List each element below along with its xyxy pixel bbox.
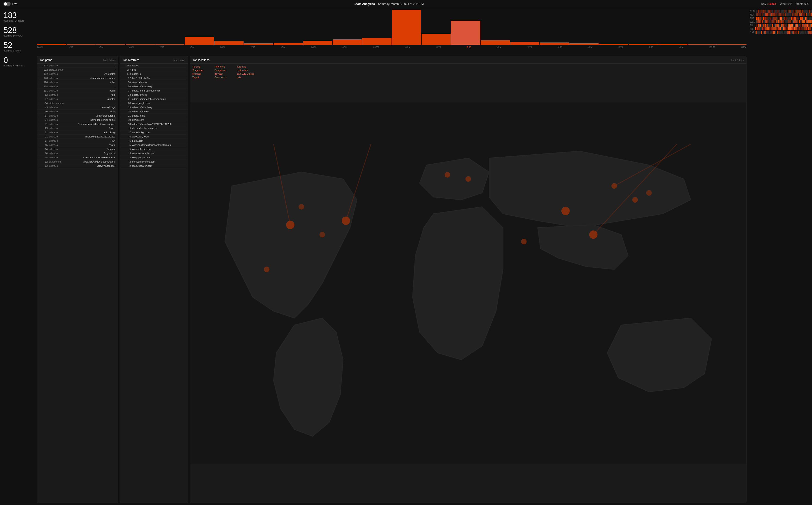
heatmap-cell bbox=[811, 13, 812, 16]
table-row[interactable]: 28 www.google.com bbox=[120, 101, 188, 105]
heatmap-cell bbox=[758, 24, 759, 27]
heatmap-cell bbox=[760, 10, 761, 13]
row-count: 2 bbox=[123, 165, 131, 167]
row-path: /home-lab-server-guide/ bbox=[70, 119, 115, 121]
table-row[interactable]: 152 udara.io /microblog bbox=[37, 72, 118, 76]
row-path: /UdaraJay/Pile/releases/latest bbox=[70, 160, 115, 163]
heatmap-cell bbox=[788, 27, 790, 30]
row-ref: no.search.yahoo.com bbox=[132, 160, 185, 163]
row-count: 78 bbox=[123, 81, 131, 83]
table-row[interactable]: 9 alexanderobenauer.com bbox=[120, 126, 188, 131]
top-paths-header: Top paths Last 7 days bbox=[37, 56, 118, 63]
heatmap-cell bbox=[781, 24, 782, 27]
heatmap-cell bbox=[791, 31, 792, 34]
table-row[interactable]: 6 www.early.tools bbox=[120, 135, 188, 139]
chart-label: 1AM bbox=[68, 46, 73, 48]
table-row[interactable]: 222 stats.udara.io / bbox=[37, 68, 118, 72]
heatmap-cell bbox=[772, 20, 774, 23]
heatmap-cell bbox=[789, 10, 791, 13]
table-row[interactable]: 56 udara.io/microblog bbox=[120, 85, 188, 89]
table-row[interactable]: 17 udara.io /404 bbox=[37, 139, 118, 143]
month-period[interactable]: Month 0% bbox=[796, 2, 808, 5]
table-row[interactable]: 111 udara.io /work bbox=[37, 89, 118, 93]
table-row[interactable]: 14 udara.io /photos/ bbox=[37, 147, 118, 151]
table-row[interactable]: 43 udara.io /embeddings bbox=[37, 105, 118, 110]
heatmap-cell bbox=[787, 17, 789, 20]
table-row[interactable]: 124 udara.io /pile/ bbox=[37, 80, 118, 85]
table-row[interactable]: 34 udara.io /home-lab-server-guide/ bbox=[37, 118, 118, 122]
header-date: Saturday, March 2, 2024 at 2:14 PM bbox=[378, 2, 424, 5]
table-row[interactable]: 14 udara.io /phylotaxis bbox=[37, 151, 118, 156]
row-path: /work/ bbox=[70, 127, 115, 130]
heatmap-cell bbox=[795, 13, 797, 16]
heatmap-cell bbox=[785, 31, 787, 34]
heatmap-cell bbox=[782, 24, 784, 27]
table-row[interactable]: 31 udara.io /on-scaling-good-customer-su… bbox=[37, 122, 118, 126]
table-row[interactable]: 54 stats.udara.io / bbox=[37, 101, 118, 105]
table-row[interactable]: 2 no.search.yahoo.com bbox=[120, 160, 188, 164]
table-row[interactable]: 82 udara.io /pile bbox=[37, 93, 118, 97]
top-locations-panel: Top locations Last 7 days Toronto New Yo… bbox=[190, 56, 747, 503]
table-row[interactable]: 10 github.com bbox=[120, 118, 188, 122]
table-row[interactable]: 2 keep.google.com bbox=[120, 156, 188, 160]
heatmap-cell bbox=[792, 13, 793, 16]
table-row[interactable]: 25 udara.io /work/ bbox=[37, 126, 118, 131]
heatmap-cell bbox=[756, 17, 757, 20]
table-row[interactable]: 40 udara.io /404/ bbox=[37, 110, 118, 114]
table-row[interactable]: 173 udara.io bbox=[120, 72, 188, 76]
row-count: 97 bbox=[123, 77, 131, 79]
heatmap-area: SUNMONTUEWEDTHUFRISAT bbox=[748, 8, 812, 505]
row-count: 222 bbox=[40, 68, 48, 71]
table-row[interactable]: 12 udara.io /clew-whitepaper bbox=[37, 164, 118, 168]
heatmap-cell bbox=[796, 17, 798, 20]
table-row[interactable]: 267 t.co bbox=[120, 68, 188, 72]
table-row[interactable]: 14 udara.io/photos bbox=[120, 110, 188, 114]
svg-point-13 bbox=[298, 204, 304, 209]
row-count: 21 bbox=[40, 131, 48, 134]
row-ref: t.co bbox=[132, 68, 185, 71]
heatmap-cell bbox=[758, 13, 760, 16]
live-toggle[interactable] bbox=[4, 2, 11, 6]
day-period[interactable]: Day ↓19.6% bbox=[761, 2, 776, 5]
heatmap-cell bbox=[802, 24, 803, 27]
main-content: 183 sessions / 24 hours 528 events / 24 … bbox=[0, 8, 812, 505]
table-row[interactable]: 78 stats.udara.io bbox=[120, 80, 188, 85]
table-row[interactable]: 5 www.linkedin.com bbox=[120, 147, 188, 151]
chart-label: 1PM bbox=[436, 46, 441, 48]
table-row[interactable]: 33 udara.io/work bbox=[120, 93, 188, 97]
chart-bar bbox=[155, 44, 185, 45]
table-row[interactable]: 473 udara.io / bbox=[37, 63, 118, 68]
heatmap-cell bbox=[785, 27, 786, 30]
table-row[interactable]: 11 udara.io/pile bbox=[120, 114, 188, 118]
table-row[interactable]: 31 udara.io/home-lab-server-guide bbox=[120, 97, 188, 101]
table-row[interactable]: 57 udara.io /photos bbox=[37, 97, 118, 101]
table-row[interactable]: 5 www.coolthingsifoundontheinternet.c bbox=[120, 143, 188, 147]
row-count: 14 bbox=[123, 110, 131, 113]
table-row[interactable]: 15 udara.io /work/ bbox=[37, 143, 118, 147]
table-row[interactable]: 12 github.com /UdaraJay/Pile/releases/la… bbox=[37, 160, 118, 164]
table-row[interactable]: 21 udara.io /microblog/ bbox=[37, 131, 118, 135]
table-row[interactable]: 10 udara.io/microblog/20240217140200 bbox=[120, 122, 188, 126]
table-row[interactable]: 7 duckduckgo.com bbox=[120, 131, 188, 135]
week-period[interactable]: Week 0% bbox=[780, 2, 792, 5]
heatmap-cell bbox=[765, 24, 766, 27]
heatmap-cell bbox=[805, 31, 806, 34]
table-row[interactable]: 148 udara.io /home-lab-server-guide bbox=[37, 76, 118, 80]
row-count: 34 bbox=[40, 119, 48, 121]
heatmap-cell bbox=[797, 20, 798, 23]
heatmap-cell bbox=[770, 24, 772, 27]
table-row[interactable]: 3 www.awwwards.com bbox=[120, 151, 188, 156]
table-row[interactable]: 37 udara.io/entrepreneurship bbox=[120, 89, 188, 93]
table-row[interactable]: 97 t.co/rP89bsbK9v bbox=[120, 76, 188, 80]
table-row[interactable]: 114 udara.io / bbox=[37, 85, 118, 89]
table-row[interactable]: 14 udara.io /science/intro-to-bioinforma… bbox=[37, 156, 118, 160]
table-row[interactable]: 1244 direct bbox=[120, 63, 188, 68]
row-count: 82 bbox=[40, 94, 48, 96]
table-row[interactable]: 21 udara.io /microblog/20240217140200 bbox=[37, 135, 118, 139]
heatmap-cell bbox=[778, 20, 779, 23]
table-row[interactable]: 5 baidu.com bbox=[120, 139, 188, 143]
table-row[interactable]: 37 udara.io /entrepreneurship bbox=[37, 114, 118, 118]
table-row[interactable]: 19 udara.io/microblog bbox=[120, 105, 188, 110]
table-row[interactable]: 2 roamresearch.com bbox=[120, 164, 188, 168]
chart-bar bbox=[67, 44, 96, 45]
